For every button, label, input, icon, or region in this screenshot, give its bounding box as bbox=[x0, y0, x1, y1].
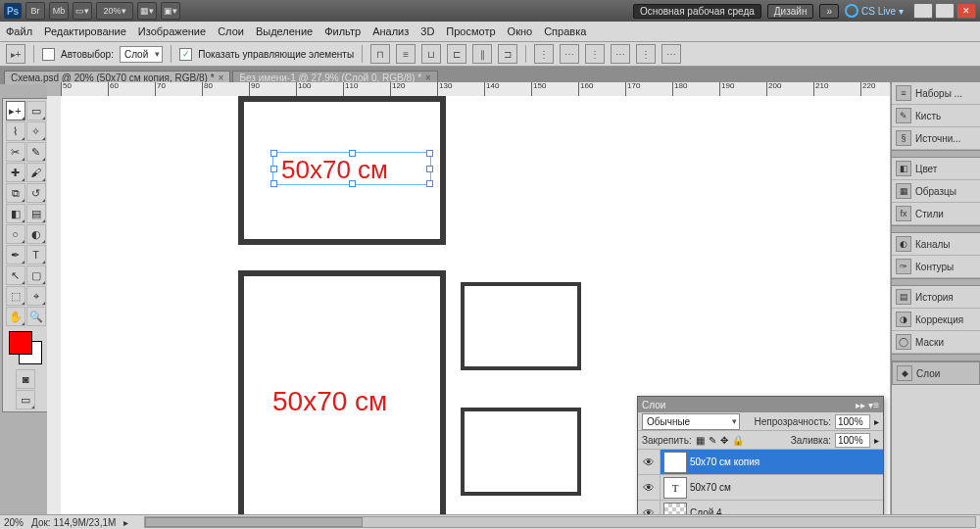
color-swatches[interactable] bbox=[9, 331, 42, 364]
tool-path[interactable]: ↖ bbox=[6, 265, 25, 285]
tool-eyedrop[interactable]: ✎ bbox=[26, 142, 46, 162]
layer-row[interactable]: 👁T50х70 см bbox=[638, 475, 883, 501]
panel-Маски[interactable]: ◯Маски bbox=[892, 331, 980, 354]
h-scrollbar[interactable] bbox=[144, 516, 976, 528]
tool-eraser[interactable]: ◧ bbox=[6, 204, 25, 223]
close-button[interactable]: ✕ bbox=[956, 3, 976, 19]
menu-edit[interactable]: Редактирование bbox=[44, 25, 126, 37]
align-2[interactable]: ≡ bbox=[396, 44, 416, 64]
tool-blur[interactable]: ○ bbox=[6, 224, 25, 244]
panel-Слои[interactable]: ◆Слои bbox=[892, 361, 980, 385]
panel-Наборы ...[interactable]: ≡Наборы ... bbox=[892, 82, 980, 105]
panel-Контуры[interactable]: ✑Контуры bbox=[892, 256, 980, 278]
tool-dodge[interactable]: ◐ bbox=[26, 224, 46, 244]
menu-3d[interactable]: 3D bbox=[420, 25, 434, 37]
workspace-more-button[interactable]: » bbox=[819, 4, 839, 19]
layer-name[interactable]: 50х70 см копия bbox=[690, 457, 760, 467]
status-doc[interactable]: Док: 114,9М/23,1М bbox=[31, 517, 116, 528]
tool-zoom[interactable]: 🔍 bbox=[26, 307, 46, 326]
dist-5[interactable]: ⋮ bbox=[636, 44, 656, 64]
opacity-value[interactable]: 100% bbox=[835, 414, 870, 429]
ruler-tick: 70 bbox=[155, 82, 166, 96]
tool-shape[interactable]: ▢ bbox=[26, 265, 46, 285]
dist-4[interactable]: ⋯ bbox=[611, 44, 630, 64]
tool-pen[interactable]: ✒ bbox=[6, 245, 25, 264]
tool-3dcam[interactable]: ⌖ bbox=[26, 286, 46, 306]
menu-image[interactable]: Изображение bbox=[138, 25, 206, 37]
workspace-design-button[interactable]: Дизайн bbox=[767, 4, 814, 19]
tool-marquee[interactable]: ▭ bbox=[26, 101, 46, 120]
lock-move-icon[interactable]: ✥ bbox=[720, 435, 728, 446]
quickmask-icon[interactable]: ◙ bbox=[16, 369, 35, 389]
layers-panel[interactable]: Слои▸▸ ▾≡ Обычные Непрозрачность: 100%▸ … bbox=[637, 396, 884, 529]
panel-Коррекция[interactable]: ◑Коррекция bbox=[892, 309, 980, 331]
align-3[interactable]: ⊔ bbox=[421, 44, 441, 64]
align-5[interactable]: ∥ bbox=[472, 44, 492, 64]
panel-Каналы[interactable]: ◐Каналы bbox=[892, 233, 980, 256]
autoselect-checkbox[interactable] bbox=[42, 48, 55, 61]
tool-wand[interactable]: ✧ bbox=[26, 121, 46, 141]
zoom-menu[interactable]: 20%▾ bbox=[96, 2, 133, 20]
panel-Кисть[interactable]: ✎Кисть bbox=[892, 105, 980, 127]
dist-2[interactable]: ⋯ bbox=[560, 44, 579, 64]
menu-file[interactable]: Файл bbox=[6, 25, 32, 37]
menu-help[interactable]: Справка bbox=[544, 25, 586, 37]
panel-Образцы[interactable]: ▦Образцы bbox=[892, 180, 980, 203]
layers-panel-header[interactable]: Слои▸▸ ▾≡ bbox=[638, 397, 883, 412]
dist-1[interactable]: ⋮ bbox=[534, 44, 554, 64]
layer-name[interactable]: 50х70 см bbox=[690, 482, 731, 493]
showcontrols-checkbox[interactable]: ✓ bbox=[179, 48, 192, 61]
lock-all-icon[interactable]: 🔒 bbox=[732, 435, 744, 446]
tool-history[interactable]: ↺ bbox=[26, 183, 46, 203]
ruler-vertical[interactable] bbox=[47, 96, 62, 515]
dist-3[interactable]: ⋮ bbox=[585, 44, 605, 64]
tool-stamp[interactable]: ⧉ bbox=[6, 183, 25, 203]
screenmode-icon[interactable]: ▣▾ bbox=[161, 2, 180, 20]
visibility-icon[interactable]: 👁 bbox=[638, 475, 661, 500]
menu-window[interactable]: Окно bbox=[508, 25, 533, 37]
autoselect-dropdown[interactable]: Слой bbox=[120, 46, 163, 63]
menu-view[interactable]: Просмотр bbox=[446, 25, 495, 37]
menu-select[interactable]: Выделение bbox=[256, 25, 313, 37]
canvas-text-1[interactable]: 50х70 см bbox=[281, 155, 388, 185]
minibridge-icon[interactable]: Mb bbox=[49, 2, 69, 20]
layer-row[interactable]: 👁T50х70 см копия bbox=[638, 450, 883, 475]
dist-6[interactable]: ⋯ bbox=[662, 44, 681, 64]
tool-brush[interactable]: 🖌 bbox=[26, 163, 46, 182]
menu-analysis[interactable]: Анализ bbox=[372, 25, 409, 37]
blend-mode-dropdown[interactable]: Обычные bbox=[642, 413, 740, 430]
h-scrollbar-thumb[interactable] bbox=[145, 517, 363, 527]
arrange-icon[interactable]: ▦▾ bbox=[137, 2, 157, 20]
lock-paint-icon[interactable]: ✎ bbox=[709, 435, 716, 446]
align-1[interactable]: ⊓ bbox=[370, 44, 390, 64]
lock-trans-icon[interactable]: ▦ bbox=[696, 435, 705, 446]
tool-lasso[interactable]: ⌇ bbox=[6, 121, 25, 141]
tool-heal[interactable]: ✚ bbox=[6, 163, 25, 182]
panel-Цвет[interactable]: ◧Цвет bbox=[892, 158, 980, 180]
move-tool-icon[interactable]: ▸+ bbox=[6, 44, 25, 64]
panel-Стили[interactable]: fxСтили bbox=[892, 203, 980, 225]
tool-type[interactable]: T bbox=[26, 245, 46, 264]
workspace-main-button[interactable]: Основная рабочая среда bbox=[633, 4, 761, 19]
ruler-horizontal[interactable]: 5060708090100110120130140150160170180190… bbox=[61, 82, 890, 97]
tool-gradient[interactable]: ▤ bbox=[26, 204, 46, 223]
tool-hand[interactable]: ✋ bbox=[6, 307, 25, 326]
panel-Источни...[interactable]: §Источни... bbox=[892, 127, 980, 150]
align-4[interactable]: ⊏ bbox=[447, 44, 466, 64]
align-6[interactable]: ⊐ bbox=[498, 44, 517, 64]
maximize-button[interactable]: ☐ bbox=[935, 3, 955, 19]
screenmode-tool-icon[interactable]: ▭ bbox=[16, 390, 35, 409]
status-zoom[interactable]: 20% bbox=[4, 517, 24, 528]
bridge-icon[interactable]: Br bbox=[25, 2, 45, 20]
visibility-icon[interactable]: 👁 bbox=[638, 450, 661, 474]
tool-move[interactable]: ▸+ bbox=[6, 101, 25, 120]
minimize-button[interactable]: — bbox=[913, 3, 933, 19]
fill-value[interactable]: 100% bbox=[835, 433, 870, 448]
panel-История[interactable]: ▤История bbox=[892, 286, 980, 309]
tool-crop[interactable]: ✂ bbox=[6, 142, 25, 162]
menu-filter[interactable]: Фильтр bbox=[324, 25, 361, 37]
viewmode-icon[interactable]: ▭▾ bbox=[73, 2, 92, 20]
menu-layers[interactable]: Слои bbox=[218, 25, 244, 37]
tool-3d[interactable]: ⬚ bbox=[6, 286, 25, 306]
cslive-button[interactable]: CS Live▾ bbox=[845, 4, 904, 18]
